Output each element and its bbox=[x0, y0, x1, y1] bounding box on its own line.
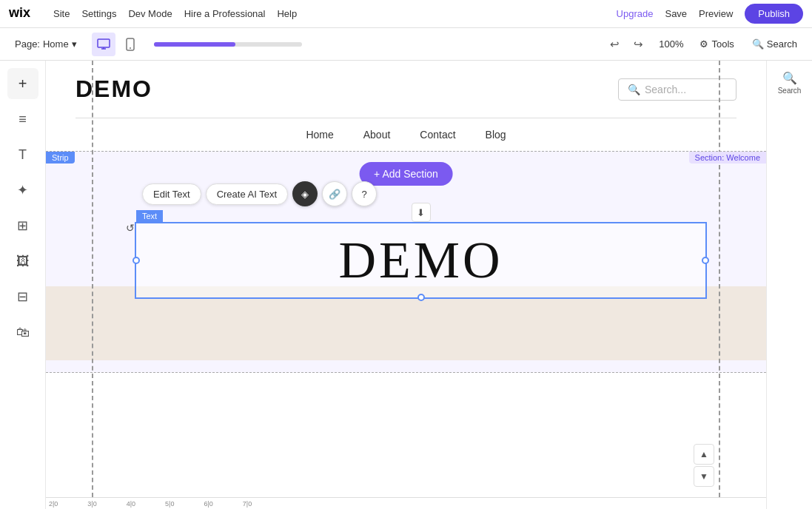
edit-text-button[interactable]: Edit Text bbox=[142, 183, 201, 205]
ruler-mark: 5|0 bbox=[165, 500, 174, 508]
page-selector[interactable]: Page: Home ▾ bbox=[9, 36, 83, 53]
text-selected-area[interactable]: Text ⬇ DEMO bbox=[135, 222, 707, 299]
text-badge: Text bbox=[136, 210, 163, 222]
svg-text:wix: wix bbox=[9, 5, 30, 19]
scroll-up-button[interactable]: ▲ bbox=[694, 444, 714, 465]
sidebar-item-table[interactable]: ⊟ bbox=[7, 281, 38, 312]
search-label: Search bbox=[767, 38, 797, 50]
download-icon[interactable]: ⬇ bbox=[412, 203, 431, 222]
search-button[interactable]: 🔍 Search bbox=[746, 36, 803, 53]
download-arrow-icon: ⬇ bbox=[417, 207, 425, 218]
sidebar-item-text[interactable]: T bbox=[7, 139, 38, 170]
editor-toolbar: Page: Home ▾ ↩ ↪ 100% ⚙ Tools bbox=[0, 28, 812, 61]
progress-bar-fill bbox=[154, 42, 235, 47]
question-icon: ? bbox=[361, 189, 366, 200]
sidebar-item-apps[interactable]: ⊞ bbox=[7, 210, 38, 241]
ruler-mark: 3|0 bbox=[87, 500, 96, 508]
canvas-left-border bbox=[92, 61, 93, 497]
ruler: 2|0 3|0 4|0 5|0 6|0 7|0 bbox=[46, 497, 766, 509]
right-panel: 🔍 Search bbox=[766, 61, 812, 509]
image-icon: 🖼 bbox=[16, 254, 30, 269]
text-style-button[interactable]: ◈ bbox=[292, 181, 318, 206]
rotate-handle[interactable]: ↺ bbox=[126, 222, 135, 234]
ruler-mark: 2|0 bbox=[49, 500, 58, 508]
sidebar-item-store[interactable]: 🛍 bbox=[7, 317, 38, 348]
nav-about[interactable]: About bbox=[363, 129, 391, 141]
tools-button[interactable]: ⚙ Tools bbox=[694, 36, 739, 53]
desktop-device-button[interactable] bbox=[92, 33, 115, 56]
plus-icon: + bbox=[19, 75, 27, 92]
gear-icon: ⚙ bbox=[699, 38, 708, 50]
sidebar-item-pages[interactable]: ≡ bbox=[7, 104, 38, 135]
undo-redo-controls: ↩ ↪ bbox=[604, 34, 648, 55]
nav-home[interactable]: Home bbox=[306, 129, 333, 141]
search-icon: 🔍 bbox=[752, 38, 764, 50]
nav-blog[interactable]: Blog bbox=[486, 129, 506, 141]
website-header: DEMO 🔍 Search... bbox=[46, 61, 766, 118]
nav-contact[interactable]: Contact bbox=[420, 129, 455, 141]
progress-bar-container bbox=[154, 42, 302, 47]
top-navigation: wix Site Settings Dev Mode Hire a Profes… bbox=[0, 0, 812, 28]
device-buttons bbox=[92, 33, 142, 56]
sidebar-item-media[interactable]: ✦ bbox=[7, 175, 38, 206]
create-ai-text-button[interactable]: Create AI Text bbox=[206, 183, 288, 205]
hire-professional-menu-item[interactable]: Hire a Professional bbox=[184, 8, 266, 19]
grid-icon: ⊟ bbox=[17, 289, 28, 305]
text-style-icon: ◈ bbox=[301, 189, 309, 200]
wix-logo: wix bbox=[9, 4, 36, 24]
publish-button[interactable]: Publish bbox=[745, 4, 803, 24]
canvas-area[interactable]: DEMO 🔍 Search... Home About Contact Blog… bbox=[46, 61, 766, 509]
right-panel-search-button[interactable]: 🔍 Search bbox=[770, 67, 809, 99]
section-welcome-label: Section: Welcome bbox=[689, 152, 766, 164]
preview-button[interactable]: Preview bbox=[699, 8, 733, 19]
floating-toolbar: Edit Text Create AI Text ◈ 🔗 ? bbox=[142, 181, 377, 206]
tools-label: Tools bbox=[711, 38, 734, 50]
link-icon: 🔗 bbox=[329, 189, 340, 200]
website-search-placeholder: Search... bbox=[645, 84, 686, 95]
demo-large-text: DEMO bbox=[338, 223, 503, 297]
website-logo: DEMO bbox=[76, 75, 152, 103]
left-handle[interactable] bbox=[132, 257, 140, 264]
chevron-down-icon: ▾ bbox=[72, 38, 77, 50]
text-icon: T bbox=[19, 147, 27, 163]
site-menu-item[interactable]: Site bbox=[53, 8, 70, 19]
help-button[interactable]: ? bbox=[352, 181, 377, 206]
svg-point-5 bbox=[130, 47, 131, 49]
paint-icon: ✦ bbox=[17, 182, 28, 198]
right-panel-search-label: Search bbox=[778, 87, 802, 95]
website-navigation: Home About Contact Blog bbox=[46, 118, 766, 151]
svg-rect-1 bbox=[98, 39, 110, 47]
sidebar-item-image[interactable]: 🖼 bbox=[7, 246, 38, 277]
dev-mode-menu-item[interactable]: Dev Mode bbox=[128, 8, 172, 19]
upgrade-link[interactable]: Upgrade bbox=[617, 8, 654, 19]
bag-icon: 🛍 bbox=[16, 325, 30, 340]
ruler-mark: 7|0 bbox=[243, 500, 252, 508]
scroll-controls: ▲ ▼ bbox=[694, 444, 714, 487]
right-handle[interactable] bbox=[702, 257, 709, 264]
ruler-mark: 4|0 bbox=[127, 500, 135, 508]
bottom-handle[interactable] bbox=[417, 294, 425, 301]
scroll-down-button[interactable]: ▼ bbox=[694, 466, 714, 487]
undo-button[interactable]: ↩ bbox=[604, 34, 625, 55]
right-panel-search-icon: 🔍 bbox=[782, 71, 797, 85]
link-button[interactable]: 🔗 bbox=[322, 181, 347, 206]
help-menu-item[interactable]: Help bbox=[277, 8, 297, 19]
website-search-icon: 🔍 bbox=[628, 84, 640, 95]
add-element-button[interactable]: + bbox=[7, 68, 38, 99]
ruler-mark: 6|0 bbox=[204, 500, 212, 508]
redo-button[interactable]: ↪ bbox=[628, 34, 648, 55]
strip-label: Strip bbox=[46, 152, 75, 164]
page-label: Page: bbox=[15, 38, 40, 50]
pages-icon: ≡ bbox=[19, 112, 27, 127]
page-name: Home bbox=[43, 38, 69, 50]
settings-menu-item[interactable]: Settings bbox=[81, 8, 116, 19]
save-button[interactable]: Save bbox=[665, 8, 687, 19]
mobile-device-button[interactable] bbox=[118, 33, 142, 56]
zoom-indicator[interactable]: 100% bbox=[654, 38, 688, 50]
left-sidebar: + ≡ T ✦ ⊞ 🖼 ⊟ 🛍 bbox=[0, 61, 46, 509]
website-preview: DEMO 🔍 Search... Home About Contact Blog… bbox=[46, 61, 766, 497]
main-layout: + ≡ T ✦ ⊞ 🖼 ⊟ 🛍 bbox=[0, 61, 812, 509]
apps-icon: ⊞ bbox=[17, 218, 28, 234]
canvas-right-border bbox=[719, 61, 720, 497]
